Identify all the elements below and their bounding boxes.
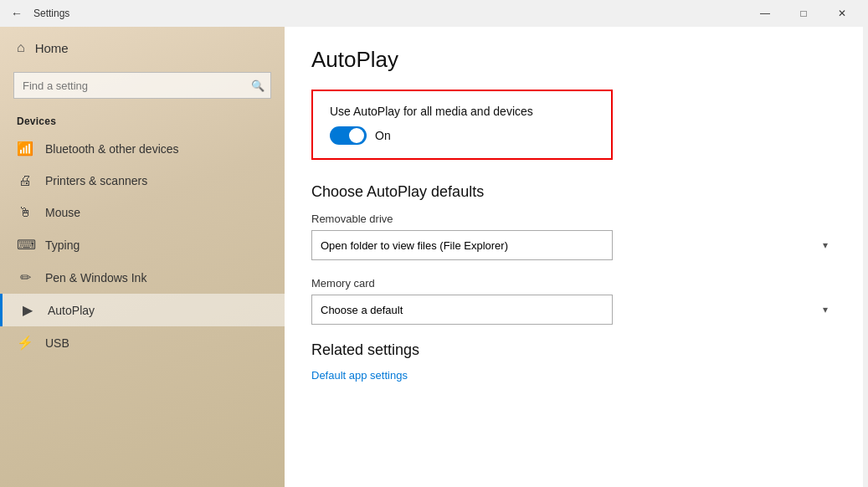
back-icon: ← [11,7,23,20]
titlebar: ← Settings — □ ✕ [0,0,868,27]
autoplay-toggle-section: Use AutoPlay for all media and devices O… [311,90,613,160]
home-label: Home [35,41,69,55]
sidebar-item-usb-label: USB [45,336,69,350]
removable-drive-dropdown-wrapper: Open folder to view files (File Explorer… [311,230,836,260]
memory-card-dropdown-wrapper: Choose a default ▾ [311,295,836,325]
toggle-row: On [330,126,594,145]
close-icon: ✕ [838,8,846,19]
autoplay-icon: ▶ [19,302,36,318]
sidebar-item-typing-label: Typing [45,238,80,252]
home-icon: ⌂ [17,40,25,55]
pen-icon: ✏ [17,269,33,285]
usb-icon: ⚡ [17,335,33,351]
sidebar-item-home[interactable]: ⌂ Home [0,27,285,69]
removable-drive-label: Removable drive [311,213,836,225]
removable-drive-chevron-icon: ▾ [823,239,828,251]
sidebar: ⌂ Home 🔍 Devices 📶 Bluetooth & other dev… [0,27,285,487]
sidebar-item-bluetooth[interactable]: 📶 Bluetooth & other devices [0,132,285,165]
search-icon: 🔍 [251,79,265,92]
toggle-state-label: On [375,129,391,142]
removable-drive-select[interactable]: Open folder to view files (File Explorer… [311,230,613,260]
autoplay-toggle-switch[interactable] [330,126,367,145]
maximize-icon: □ [800,8,806,19]
typing-icon: ⌨ [17,237,33,253]
printer-icon: 🖨 [17,173,33,188]
sidebar-item-pen[interactable]: ✏ Pen & Windows Ink [0,261,285,294]
app-title: Settings [33,8,69,19]
default-app-settings-link[interactable]: Default app settings [311,369,408,382]
sidebar-item-pen-label: Pen & Windows Ink [45,271,146,285]
close-button[interactable]: ✕ [823,0,861,27]
sidebar-item-bluetooth-label: Bluetooth & other devices [45,142,179,156]
sidebar-item-usb[interactable]: ⚡ USB [0,326,285,359]
maximize-button[interactable]: □ [784,0,823,27]
content-area: AutoPlay Use AutoPlay for all media and … [285,27,863,487]
sidebar-item-autoplay[interactable]: ▶ AutoPlay [0,294,285,326]
mouse-icon: 🖱 [17,205,33,220]
sidebar-item-autoplay-label: AutoPlay [48,304,95,317]
autoplay-defaults-heading: Choose AutoPlay defaults [311,183,836,201]
search-input[interactable] [13,72,271,99]
minimize-icon: — [760,8,770,19]
sidebar-section-title: Devices [0,109,285,132]
minimize-button[interactable]: — [746,0,784,27]
search-box: 🔍 [13,72,271,99]
memory-card-chevron-icon: ▾ [823,304,828,315]
back-button[interactable]: ← [7,3,27,23]
sidebar-item-printers-label: Printers & scanners [45,174,147,187]
page-title: AutoPlay [311,47,836,73]
sidebar-item-typing[interactable]: ⌨ Typing [0,228,285,261]
main-container: ⌂ Home 🔍 Devices 📶 Bluetooth & other dev… [0,27,868,487]
sidebar-item-mouse[interactable]: 🖱 Mouse [0,197,285,228]
sidebar-item-printers[interactable]: 🖨 Printers & scanners [0,165,285,197]
sidebar-item-mouse-label: Mouse [45,206,80,219]
window-controls: — □ ✕ [746,0,861,27]
memory-card-select[interactable]: Choose a default [311,295,613,325]
autoplay-toggle-label: Use AutoPlay for all media and devices [330,105,594,118]
scrollbar[interactable] [863,27,868,487]
memory-card-label: Memory card [311,277,836,290]
bluetooth-icon: 📶 [17,141,33,156]
related-settings-heading: Related settings [311,341,836,359]
